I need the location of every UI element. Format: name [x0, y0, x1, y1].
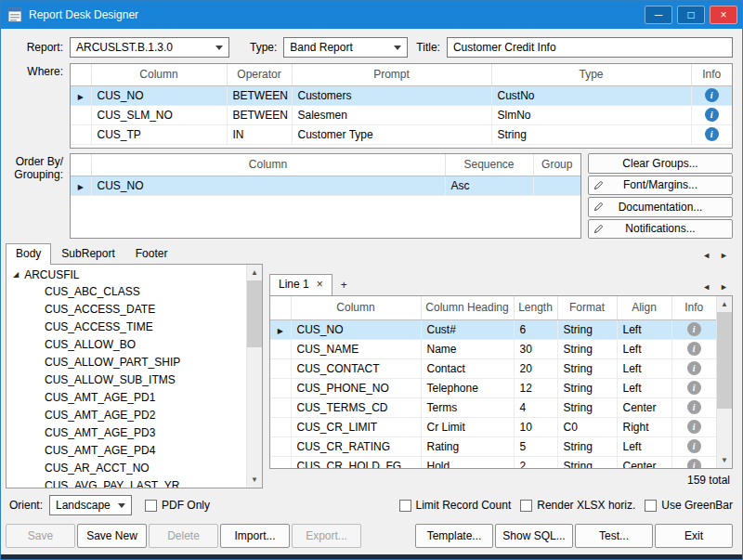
tree-item[interactable]: CUS_ALLOW_BO: [7, 336, 246, 354]
tree-item[interactable]: CUS_AMT_AGE_PD1: [7, 389, 246, 407]
info-icon[interactable]: [705, 88, 719, 102]
type-select[interactable]: Band Report: [283, 37, 408, 58]
tree-item[interactable]: CUS_AVG_PAY_LAST_YR: [7, 477, 246, 488]
scrollbar-thumb[interactable]: [247, 280, 262, 347]
tree-item[interactable]: CUS_ABC_CLASS: [7, 283, 246, 301]
info-icon[interactable]: [687, 322, 701, 336]
row-selector[interactable]: [71, 105, 91, 124]
line-row[interactable]: CUS_CR_LIMIT Cr Limit 10 C0 Right: [270, 417, 716, 436]
tree-scrollbar[interactable]: ▲ ▼: [246, 265, 262, 488]
export-button[interactable]: Export...: [292, 524, 361, 548]
clear-groups-button[interactable]: Clear Groups...: [588, 153, 733, 174]
scrollbar-track[interactable]: [247, 280, 262, 472]
row-selector[interactable]: [270, 339, 291, 358]
tab-line-1[interactable]: Line 1 ×: [269, 274, 332, 296]
template-button[interactable]: Template...: [415, 524, 493, 548]
close-button[interactable]: ×: [710, 6, 737, 24]
info-icon[interactable]: [687, 439, 701, 453]
info-icon[interactable]: [705, 127, 719, 141]
tree-item[interactable]: CUS_ACCESS_DATE: [7, 301, 246, 319]
tree-item[interactable]: CUS_AMT_AGE_PD2: [7, 407, 246, 424]
documentation-button[interactable]: Documentation...: [588, 197, 733, 217]
exit-button[interactable]: Exit: [655, 524, 733, 548]
tree-item[interactable]: CUS_ACCESS_TIME: [7, 319, 246, 336]
row-selector[interactable]: [71, 85, 91, 105]
row-selector[interactable]: [270, 319, 291, 339]
scroll-left-icon[interactable]: ◄: [702, 283, 710, 292]
scroll-up-icon[interactable]: ▲: [717, 296, 732, 312]
tree-item[interactable]: CUS_ALLOW_SUB_ITMS: [7, 371, 246, 389]
pdf-only-checkbox[interactable]: PDF Only: [145, 499, 210, 512]
scroll-right-icon[interactable]: ►: [720, 283, 728, 292]
row-selector[interactable]: [270, 456, 291, 468]
col-header-type: Type: [491, 64, 691, 85]
test-button[interactable]: Test...: [575, 524, 653, 548]
info-icon[interactable]: [687, 342, 701, 356]
import-button[interactable]: Import...: [220, 524, 290, 548]
row-selector[interactable]: [71, 124, 91, 144]
info-icon[interactable]: [687, 400, 701, 414]
tree-root-arcusfil[interactable]: ◢ ARCUSFIL: [7, 266, 246, 283]
type-select-value: Band Report: [290, 41, 352, 54]
scrollbar-thumb[interactable]: [717, 312, 732, 409]
close-tab-icon[interactable]: ×: [317, 279, 323, 290]
row-selector[interactable]: [270, 397, 291, 417]
use-greenbar-checkbox[interactable]: Use GreenBar: [645, 499, 733, 512]
title-input[interactable]: [447, 37, 733, 58]
minimize-button[interactable]: ─: [645, 6, 672, 24]
order-row[interactable]: CUS_NO Asc: [71, 176, 580, 195]
delete-button[interactable]: Delete: [149, 524, 218, 548]
save-new-button[interactable]: Save New: [77, 524, 147, 548]
tab-subreport[interactable]: SubReport: [51, 243, 124, 264]
where-row[interactable]: CUS_NO BETWEEN Customers CustNo: [71, 85, 732, 105]
row-selector[interactable]: [71, 176, 91, 195]
scroll-down-icon[interactable]: ▼: [717, 452, 732, 468]
row-selector[interactable]: [270, 436, 291, 456]
line-row[interactable]: CUS_TERMS_CD Terms 4 String Center: [270, 397, 716, 417]
scroll-down-icon[interactable]: ▼: [247, 472, 262, 488]
scroll-up-icon[interactable]: ▲: [247, 265, 262, 280]
button-label: Save: [28, 529, 53, 542]
scroll-right-icon[interactable]: ►: [720, 252, 728, 260]
row-selector[interactable]: [270, 417, 291, 436]
cell-column: CUS_NAME: [291, 339, 421, 358]
tree-item[interactable]: CUS_AR_ACCT_NO: [7, 460, 246, 477]
where-row[interactable]: CUS_SLM_NO BETWEEN Salesmen SlmNo: [71, 105, 732, 124]
info-icon[interactable]: [705, 108, 719, 122]
maximize-button[interactable]: □: [677, 6, 705, 24]
scrollbar-track[interactable]: [717, 312, 732, 452]
line-row[interactable]: CUS_NAME Name 30 String Left: [270, 339, 716, 358]
tree-expander-icon[interactable]: ◢: [13, 271, 19, 279]
line-row[interactable]: CUS_NO Cust# 6 String Left: [270, 319, 716, 339]
line-row[interactable]: CUS_CONTACT Contact 20 String Left: [270, 358, 716, 378]
info-icon[interactable]: [687, 361, 701, 375]
render-xlsx-horiz-checkbox[interactable]: Render XLSX horiz.: [520, 499, 635, 512]
limit-record-count-checkbox[interactable]: Limit Record Count: [399, 499, 512, 512]
where-row[interactable]: CUS_TP IN Customer Type String: [71, 124, 732, 144]
scroll-left-icon[interactable]: ◄: [702, 252, 710, 260]
line-row[interactable]: CUS_CR_HOLD_FG Hold 2 String Center: [270, 456, 716, 468]
save-button[interactable]: Save: [6, 524, 75, 548]
notifications-button[interactable]: Notifications...: [588, 219, 733, 240]
row-selector[interactable]: [270, 358, 291, 378]
info-icon[interactable]: [687, 459, 701, 468]
line-row[interactable]: CUS_PHONE_NO Telephone 12 String Left: [270, 378, 716, 397]
font-margins-button[interactable]: Font/Margins...: [588, 176, 733, 196]
add-line-tab-button[interactable]: +: [332, 276, 356, 295]
report-select[interactable]: ARCUSLST.B.1.3.0: [70, 37, 229, 58]
tab-body[interactable]: Body: [6, 243, 51, 265]
show-sql-button[interactable]: Show SQL...: [495, 524, 573, 548]
tab-footer[interactable]: Footer: [125, 243, 178, 264]
cell-column: CUS_CR_RATING: [291, 436, 421, 456]
info-icon[interactable]: [687, 381, 701, 395]
row-selector[interactable]: [270, 378, 291, 397]
cell-info: [671, 339, 716, 358]
orient-select[interactable]: Landscape: [49, 495, 132, 515]
info-icon[interactable]: [687, 420, 701, 434]
line-grid-scrollbar[interactable]: ▲ ▼: [716, 296, 732, 468]
tree-item[interactable]: CUS_AMT_AGE_PD4: [7, 442, 246, 460]
tree-item[interactable]: CUS_ALLOW_PART_SHIP: [7, 354, 246, 371]
tree-item[interactable]: CUS_AMT_AGE_PD3: [7, 424, 246, 442]
line-row[interactable]: CUS_CR_RATING Rating 5 String Left: [270, 436, 716, 456]
cell-align: Left: [617, 378, 671, 397]
